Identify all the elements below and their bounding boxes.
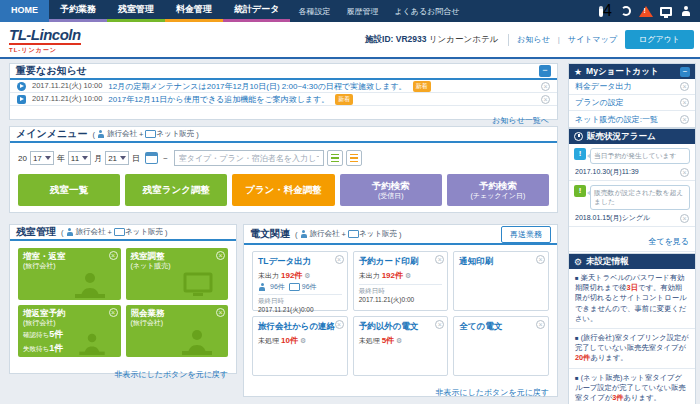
notice-link-text[interactable]: 12月の定期メンテナンスは2017年12月10日(日) 2:00~4:30の日程… [108,81,406,92]
hide-card-icon[interactable]: × [435,255,444,264]
logo-text: TL-Lincoln [9,26,81,45]
restore-hidden-buttons-link[interactable]: 非表示にしたボタンを元に戻す [114,370,228,379]
dismiss-alarm-icon[interactable]: × [680,168,689,177]
datepicker-icon[interactable] [145,152,158,164]
collapse-notices-button[interactable]: − [539,65,551,77]
unset-info-item[interactable]: (旅行会社)室タイプリンク設定が完了していない販売先室タイプが20件あります。 [569,329,695,369]
new-badge: 新着 [413,81,431,92]
link-separator: | [558,35,560,44]
alarm-date[interactable]: 2017.10.30(月)11:39 [575,167,639,177]
hide-card-icon[interactable]: × [435,320,444,329]
hide-tile-icon[interactable]: × [109,308,118,317]
logo-tagline: TL-リンカーン [9,46,81,55]
day-select[interactable]: 21 [105,151,129,165]
nav-tab-room-inventory[interactable]: 残室管理 [107,0,165,22]
gear-icon[interactable]: ⚙ [304,272,310,280]
all-telegrams-card: 全ての電文 × [453,316,549,376]
alarm-date[interactable]: 2018.01.15(月)シングル [575,213,650,223]
all-notices-link[interactable]: お知らせ一覧へ [492,116,549,125]
card-title-link[interactable]: 予約以外の電文 [359,321,443,333]
plan-rate-adjust-button[interactable]: プラン・料金調整 [232,174,334,206]
hide-card-icon[interactable]: × [536,320,545,329]
notice-link[interactable]: お知らせ [517,34,550,45]
dismiss-notice-icon[interactable]: × [541,95,550,104]
hide-card-icon[interactable]: × [335,255,344,264]
main-menu-panel: メインメニュー (旅行会社+ネット販売) 20 17 年 11 月 21 日 ~… [9,126,558,213]
restore-hidden-buttons-link[interactable]: 非表示にしたボタンを元に戻す [435,388,549,397]
list-view-orange-icon[interactable] [346,150,362,166]
monitor-icon[interactable] [659,5,672,18]
gear-icon[interactable]: ⚙ [300,337,306,345]
remove-shortcut-icon[interactable]: × [680,82,689,91]
important-notices-panel: 重要なお知らせ − 2017.11.21(火) 10:00 12月の定期メンテナ… [9,63,558,120]
refresh-icon[interactable] [619,5,632,18]
notices-title: 重要なお知らせ [16,64,87,78]
hide-card-icon[interactable]: × [335,320,344,329]
month-select[interactable]: 11 [68,151,91,165]
alarm-bubble: 当日予約が発生しています [590,148,690,164]
card-title-link[interactable]: 予約カード印刷 [359,256,443,268]
notice-date: 2017.11.21(火) 10:00 [32,81,102,91]
nav-tab-rate[interactable]: 料金管理 [165,0,223,22]
reservation-card-print-card: 予約カード印刷 未出力192件⚙ 最終日時 2017.11.21(火)0:00 … [353,251,449,311]
nav-tab-faq[interactable]: よくあるお問合せ [386,0,467,22]
unset-info-item[interactable]: 楽天トラベルのパスワード有効期限切れまで後3日です。有効期限が切れるとサイトコン… [569,269,695,329]
keyword-search-input[interactable] [174,150,324,166]
view-all-alarms-link[interactable]: 全てを見る [648,237,689,246]
room-adjust-net-tile[interactable]: 残室調整 (ネット販売) × [126,248,229,300]
day-unit: 日 [132,153,140,164]
hide-tile-icon[interactable]: × [216,251,225,260]
year-select[interactable]: 17 [30,151,54,165]
hide-tile-icon[interactable]: × [109,251,118,260]
hide-tile-icon[interactable]: × [216,308,225,317]
hide-card-icon[interactable]: × [536,255,545,264]
remove-shortcut-icon[interactable]: × [680,98,689,107]
shortcut-link[interactable]: プランの設定 [575,97,624,108]
remove-shortcut-icon[interactable]: × [680,115,689,124]
nav-tab-settings[interactable]: 各種設定 [290,0,338,22]
net-sales-icon [145,130,154,138]
nav-tab-statistics[interactable]: 統計データ [223,0,290,22]
reservation-search-checkin-button[interactable]: 予約検索(チェックイン日) [447,174,549,206]
room-rank-adjust-button[interactable]: 残室ランク調整 [125,174,227,206]
card-title-link[interactable]: TLデータ出力 [258,256,342,268]
inquiry-work-tile[interactable]: 照会業務 (旅行会社) × [126,305,229,357]
logout-button[interactable]: ログアウト [625,30,694,49]
nav-tab-home[interactable]: HOME [0,0,49,22]
user-icon[interactable] [679,5,692,18]
gear-icon[interactable]: ⚙ [405,272,411,280]
list-view-green-icon[interactable] [327,150,343,166]
card-title-link[interactable]: 通知印刷 [459,256,543,268]
alert-icon[interactable] [639,5,652,18]
alarm-item: ! 当日予約が発生しています [569,144,695,164]
notice-link-text[interactable]: 2017年12月11日から使用できる追加機能をご案内致します。 [108,94,329,105]
add-return-room-tile[interactable]: 増室・返室 (旅行会社) × [18,248,121,300]
nav-tab-reservation[interactable]: 予約業務 [49,0,107,22]
agent-desk-icon [73,272,107,298]
gear-icon[interactable]: ⚙ [396,337,402,345]
notice-row: 2017.11.21(火) 10:00 2017年12月11日から使用できる追加… [10,93,557,106]
room-list-button[interactable]: 残室一覧 [18,174,120,206]
notification-print-card: 通知印刷 × [453,251,549,311]
card-title-link[interactable]: 旅行会社からの連絡 [258,321,342,333]
nav-tab-history[interactable]: 履歴管理 [338,0,386,22]
alarm-meta-row: 2017.10.30(月)11:39 × [569,164,695,181]
sitemap-link[interactable]: サイトマップ [568,34,617,45]
add-return-reservation-tile[interactable]: 増返室予約 (旅行会社) 確認待ち5件 失敗待ち1件 × [18,305,121,357]
collapse-shortcuts-button[interactable]: − [680,67,690,77]
calendar-icon[interactable]: 4 [599,5,612,18]
alarm-meta-row: 2018.01.15(月)シングル × [569,210,695,227]
reservation-search-received-button[interactable]: 予約検索(受信日) [340,174,442,206]
top-navigation: HOME 予約業務 残室管理 料金管理 統計データ 各種設定 履歴管理 よくある… [0,0,700,22]
dismiss-alarm-icon[interactable]: × [680,214,689,223]
tl-lincoln-logo[interactable]: TL-Lincoln TL-リンカーン [9,26,81,55]
shortcut-link[interactable]: ネット販売の設定:一覧 [575,114,658,125]
dismiss-notice-icon[interactable]: × [541,82,550,91]
shortcut-link[interactable]: 料金データ出力 [575,81,631,92]
resend-work-button[interactable]: 再送業務 [501,226,551,243]
card-title-link[interactable]: 全ての電文 [459,321,543,333]
unset-info-title: 未設定情報 [586,256,629,268]
nav-icon-group: 4 [599,0,700,22]
telegram-cards: TLデータ出力 未出力192件⚙ 96件96件 最終日時 2017.11.21(… [244,245,557,376]
unset-info-item[interactable]: (ネット販売)ネット室タイプグループ設定が完了していない販売室タイプが3件ありま… [569,369,695,404]
